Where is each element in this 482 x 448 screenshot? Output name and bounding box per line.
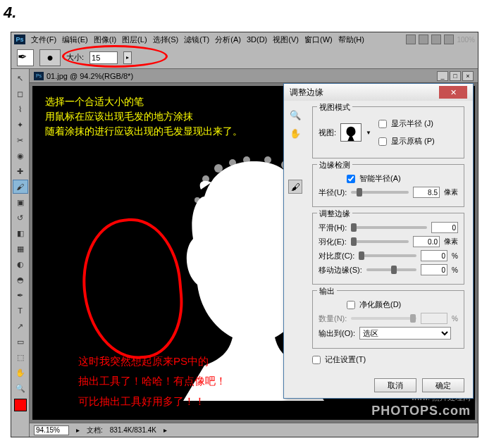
feather-slider[interactable] xyxy=(351,240,409,243)
menu-window[interactable]: 窗口(W) xyxy=(304,35,333,45)
pen-tool-icon[interactable]: ✒ xyxy=(13,288,28,302)
menu-select[interactable]: 选择(S) xyxy=(153,35,179,45)
toolbox: ↖ ◻ ⌇ ✦ ✂ ◉ ✚ 🖌 ▣ ↺ ◧ ▦ ◐ ◓ ✒ T ↗ ▭ ⬚ ✋ … xyxy=(11,69,30,437)
path-tool-icon[interactable]: ↗ xyxy=(13,319,28,333)
dialog-title: 调整边缘 xyxy=(290,87,323,99)
status-zoom-input[interactable] xyxy=(34,425,69,435)
marquee-tool-icon[interactable]: ◻ xyxy=(13,87,28,101)
group-view-mode: 视图模式 视图: ▼ 显示半径 (J) 显示原稿 (P) xyxy=(312,106,464,158)
shift-slider[interactable] xyxy=(366,268,416,271)
hand-tool-icon[interactable]: ✋ xyxy=(13,366,28,380)
svg-point-8 xyxy=(194,197,200,203)
menubar: Ps 文件(F) 编辑(E) 图像(I) 图层(L) 选择(S) 滤镜(T) 分… xyxy=(11,32,478,46)
ok-button[interactable]: 确定 xyxy=(422,378,464,392)
menu-file[interactable]: 文件(F) xyxy=(31,35,56,45)
refine-edge-dialog: 调整边缘 ✕ 🔍 ✋ 🖌 视图模式 视图: ▼ 显示半径 (J) 显示原稿 (P… xyxy=(283,83,474,399)
step-number: 4. xyxy=(4,4,16,22)
eyedropper-tool-icon[interactable]: ◉ xyxy=(13,149,28,163)
doc-maximize-icon[interactable]: □ xyxy=(450,71,461,81)
svg-point-0 xyxy=(214,164,223,173)
dialog-refine-brush-icon[interactable]: 🖌 xyxy=(288,180,302,194)
menu-image[interactable]: 图像(I) xyxy=(94,35,116,45)
output-to-select[interactable]: 选区 xyxy=(359,327,451,340)
gradient-tool-icon[interactable]: ▦ xyxy=(13,242,28,256)
zoom-indicator: 100% xyxy=(457,36,475,44)
group-edge-detection: 边缘检测 智能半径(A) 半径(U): 像素 xyxy=(312,164,464,207)
contrast-slider[interactable] xyxy=(359,254,416,257)
annotation-yellow-text: 选择一个合适大小的笔 用鼠标在应该出现毛发的地方涂抹 随着涂抹的进行应该出现的毛… xyxy=(45,94,242,139)
shift-input[interactable] xyxy=(421,264,447,275)
show-radius-checkbox[interactable] xyxy=(378,120,387,128)
document-tab: Ps 01.jpg @ 94.2%(RGB/8*) _ □ × xyxy=(30,69,478,83)
show-original-checkbox[interactable] xyxy=(378,137,387,146)
menubar-extra-icon[interactable] xyxy=(431,35,441,44)
radius-input[interactable] xyxy=(413,187,440,198)
status-bar: ▸ 文档: 831.4K/831.4K ▸ xyxy=(30,423,478,437)
svg-point-3 xyxy=(264,156,271,163)
radius-slider[interactable] xyxy=(351,191,409,194)
view-thumbnail[interactable] xyxy=(340,123,362,142)
doc-ps-icon: Ps xyxy=(34,72,44,80)
stamp-tool-icon[interactable]: ▣ xyxy=(13,195,28,209)
menu-filter[interactable]: 滤镜(T) xyxy=(184,35,209,45)
brush-tool-icon[interactable]: 🖌 xyxy=(13,180,28,194)
contrast-input[interactable] xyxy=(421,250,447,261)
remember-settings-checkbox[interactable] xyxy=(312,356,321,364)
menu-help[interactable]: 帮助(H) xyxy=(338,35,364,45)
cancel-button[interactable]: 取消 xyxy=(374,378,416,392)
doc-close-icon[interactable]: × xyxy=(462,71,474,81)
svg-point-2 xyxy=(243,156,250,163)
size-stepper-icon[interactable]: ▸ xyxy=(123,51,132,64)
feather-input[interactable] xyxy=(413,236,440,247)
smart-radius-checkbox[interactable] xyxy=(347,175,355,183)
menubar-extra-icon[interactable] xyxy=(444,35,454,44)
wand-tool-icon[interactable]: ✦ xyxy=(13,118,28,132)
view-label: 视图: xyxy=(319,127,336,138)
menubar-extra-icon[interactable] xyxy=(406,35,416,44)
dodge-tool-icon[interactable]: ◓ xyxy=(13,273,28,287)
amount-slider xyxy=(351,317,416,320)
menubar-extra-icon[interactable] xyxy=(419,35,428,44)
group-adjust-edge: 调整边缘 平滑(H): 羽化(E):像素 对比度(C):% 移动边缘(S):% xyxy=(312,213,464,285)
amount-input xyxy=(421,313,447,324)
menu-analysis[interactable]: 分析(A) xyxy=(215,35,241,45)
group-output: 输出 净化颜色(D) 数量(N):% 输出到(O):选区 xyxy=(312,290,464,349)
document-title: 01.jpg @ 94.2%(RGB/8*) xyxy=(47,72,133,80)
blur-tool-icon[interactable]: ◐ xyxy=(13,257,28,271)
size-label: 大小: xyxy=(66,52,84,63)
annotation-red-text: 这时我突然想起原来PS中的 抽出工具了！哈哈！有点像吧！ 可比抽出工具好用多了！… xyxy=(78,351,226,412)
move-tool-icon[interactable]: ↖ xyxy=(13,71,28,85)
history-brush-tool-icon[interactable]: ↺ xyxy=(13,211,28,225)
zoom-tool-icon[interactable]: 🔍 xyxy=(13,381,28,395)
menu-view[interactable]: 视图(V) xyxy=(273,35,299,45)
shape-tool-icon[interactable]: ▭ xyxy=(13,335,28,349)
doc-minimize-icon[interactable]: _ xyxy=(437,71,448,81)
lasso-tool-icon[interactable]: ⌇ xyxy=(13,102,28,116)
menu-layer[interactable]: 图层(L) xyxy=(122,35,147,45)
healing-tool-icon[interactable]: ✚ xyxy=(13,164,28,178)
dialog-close-button[interactable]: ✕ xyxy=(439,86,467,99)
3d-tool-icon[interactable]: ⬚ xyxy=(13,350,28,364)
foreground-color-swatch[interactable] xyxy=(14,399,27,411)
crop-tool-icon[interactable]: ✂ xyxy=(13,133,28,147)
type-tool-icon[interactable]: T xyxy=(13,304,28,318)
eraser-tool-icon[interactable]: ◧ xyxy=(13,226,28,240)
dialog-titlebar: 调整边缘 ✕ xyxy=(284,84,473,101)
status-doc-label: 文档: xyxy=(87,425,103,435)
decontaminate-checkbox[interactable] xyxy=(347,301,355,309)
svg-point-6 xyxy=(202,175,209,182)
options-bar: ✒ ● 大小: ▸ xyxy=(11,46,478,69)
smooth-input[interactable] xyxy=(431,222,458,233)
ps-logo-icon: Ps xyxy=(14,35,25,44)
tool-preview-icon[interactable]: ✒ xyxy=(17,49,34,66)
menu-3d[interactable]: 3D(D) xyxy=(247,35,267,44)
status-doc-size: 831.4K/831.4K xyxy=(110,426,156,434)
dialog-hand-tool-icon[interactable]: ✋ xyxy=(288,126,302,140)
brush-preset-icon[interactable]: ● xyxy=(39,49,61,66)
smooth-slider[interactable] xyxy=(351,226,427,229)
radius-label: 半径(U): xyxy=(319,187,347,198)
size-input[interactable] xyxy=(89,51,118,64)
dialog-zoom-tool-icon[interactable]: 🔍 xyxy=(288,108,302,122)
menu-edit[interactable]: 编辑(E) xyxy=(62,35,88,45)
svg-point-1 xyxy=(229,159,236,166)
